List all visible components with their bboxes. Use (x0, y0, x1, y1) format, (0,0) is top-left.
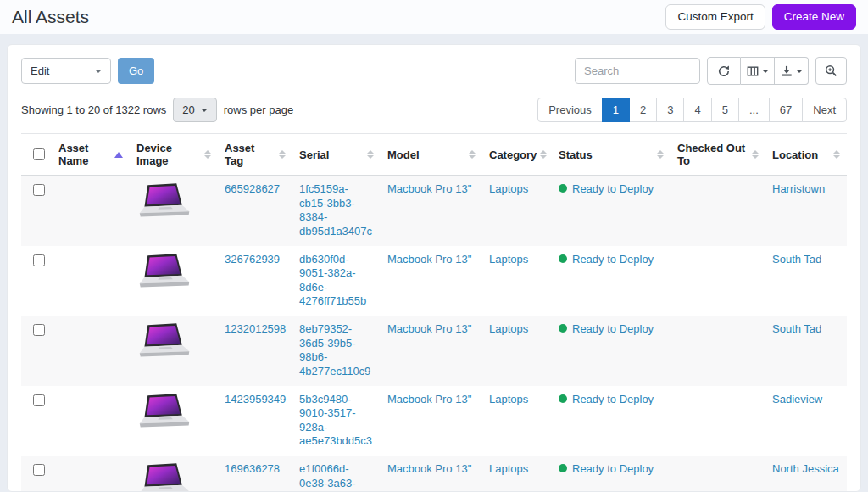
column-header-checked-out-to[interactable]: Checked Out To (670, 134, 765, 176)
chevron-down-icon (762, 70, 769, 73)
header-actions: Custom Export Create New (665, 4, 856, 30)
table-toolbar: Edit Go (21, 57, 847, 85)
column-header-category[interactable]: Category (482, 134, 552, 176)
device-image-cell[interactable] (130, 456, 218, 492)
category-link[interactable]: Laptops (489, 253, 528, 267)
asset-name-cell (52, 316, 130, 386)
category-link[interactable]: Laptops (489, 322, 528, 337)
asset-tag-link[interactable]: 665928627 (225, 182, 280, 197)
row-checkbox[interactable] (33, 324, 45, 336)
location-link[interactable]: South Tad (772, 322, 821, 337)
status-dot-icon (559, 254, 567, 263)
model-link[interactable]: Macbook Pro 13" (387, 322, 471, 337)
model-link[interactable]: Macbook Pro 13" (387, 393, 471, 407)
serial-link[interactable]: 8eb79352-36d5-39b5-98b6-4b277ec110c9 (299, 322, 374, 379)
search-plus-icon (825, 64, 837, 77)
status-dot-icon (559, 324, 567, 333)
sort-icon (367, 150, 374, 159)
asset-name-cell (52, 176, 130, 246)
column-header-device-image[interactable]: Device Image (130, 134, 218, 176)
row-checkbox[interactable] (33, 464, 45, 476)
location-link[interactable]: North Jessica (772, 462, 839, 477)
pagination-ellipsis[interactable]: ... (738, 98, 770, 122)
sort-icon (657, 150, 664, 159)
pagination-page-67[interactable]: 67 (769, 98, 803, 122)
column-header-status[interactable]: Status (552, 134, 670, 176)
pagination-page-2[interactable]: 2 (629, 98, 657, 122)
device-image-cell[interactable] (130, 176, 218, 246)
row-checkbox[interactable] (33, 184, 45, 196)
serial-link[interactable]: e1f0066d-0e38-3a63-aa62-7976a1c97976 (299, 462, 374, 492)
table-header-row: Asset Name Device Image Asset Tag (21, 134, 847, 176)
go-button[interactable]: Go (118, 58, 154, 84)
table-row: 1232012598 8eb79352-36d5-39b5-98b6-4b277… (21, 316, 847, 386)
macbook-image (136, 393, 194, 432)
macbook-image (136, 462, 194, 492)
row-checkbox[interactable] (33, 254, 45, 266)
device-image-cell[interactable] (130, 246, 218, 316)
column-header-asset-tag[interactable]: Asset Tag (218, 134, 292, 176)
location-link[interactable]: Sadieview (772, 393, 822, 407)
asset-tag-link[interactable]: 1232012598 (225, 322, 286, 337)
showing-rows-text: Showing 1 to 20 of 1322 rows (21, 103, 166, 116)
page-size-dropdown[interactable]: 20 (173, 98, 216, 122)
status-dot-icon (559, 394, 567, 403)
select-all-checkbox[interactable] (33, 148, 45, 160)
sort-icon (279, 150, 286, 159)
location-link[interactable]: South Tad (772, 253, 821, 267)
bulk-actions-value: Edit (31, 64, 49, 77)
column-header-location[interactable]: Location (765, 134, 847, 176)
table-row: 326762939 db630f0d-9051-382a-8d6e-4276ff… (21, 246, 847, 316)
serial-link[interactable]: 1fc5159a-cb15-3bb3-8384-db95d1a3407c (299, 182, 374, 239)
pagination-page-5[interactable]: 5 (711, 98, 739, 122)
category-link[interactable]: Laptops (489, 393, 528, 407)
column-header-serial[interactable]: Serial (292, 134, 381, 176)
model-link[interactable]: Macbook Pro 13" (387, 253, 471, 267)
pagination-page-1[interactable]: 1 (602, 98, 630, 122)
device-image-cell[interactable] (130, 386, 218, 456)
macbook-image (136, 182, 194, 221)
rows-per-page-label: rows per page (224, 103, 293, 116)
custom-export-button[interactable]: Custom Export (665, 4, 765, 30)
refresh-icon (718, 65, 730, 77)
category-link[interactable]: Laptops (489, 182, 528, 197)
device-image-cell[interactable] (130, 316, 218, 386)
status-link[interactable]: Ready to Deploy (572, 253, 654, 267)
column-header-asset-name[interactable]: Asset Name (52, 134, 130, 176)
fullscreen-search-button[interactable] (815, 57, 847, 85)
status-link[interactable]: Ready to Deploy (572, 182, 654, 197)
pagination-next[interactable]: Next (802, 98, 847, 122)
status-link[interactable]: Ready to Deploy (572, 393, 654, 407)
chevron-down-icon (95, 70, 102, 73)
category-link[interactable]: Laptops (489, 462, 528, 477)
search-input[interactable] (575, 58, 700, 84)
columns-toggle-button[interactable] (741, 57, 775, 85)
refresh-button[interactable] (707, 57, 741, 85)
sort-icon (833, 150, 840, 159)
sort-ascending-icon (114, 152, 123, 158)
table-row: 169636278 e1f0066d-0e38-3a63-aa62-7976a1… (21, 456, 847, 492)
export-button[interactable] (775, 57, 809, 85)
pagination-previous[interactable]: Previous (537, 98, 603, 122)
bulk-actions-select[interactable]: Edit (21, 58, 111, 84)
asset-tag-link[interactable]: 169636278 (225, 462, 280, 477)
asset-tag-link[interactable]: 1423959349 (225, 393, 286, 407)
status-dot-icon (559, 464, 567, 472)
model-link[interactable]: Macbook Pro 13" (387, 462, 471, 477)
model-link[interactable]: Macbook Pro 13" (387, 182, 471, 197)
serial-link[interactable]: db630f0d-9051-382a-8d6e-4276ff71b55b (299, 253, 374, 310)
status-link[interactable]: Ready to Deploy (572, 462, 654, 477)
serial-link[interactable]: 5b3c9480-9010-3517-928a-ae5e73bdd5c3 (299, 393, 374, 450)
create-new-button[interactable]: Create New (772, 4, 856, 30)
asset-tag-link[interactable]: 326762939 (225, 253, 280, 267)
row-checkbox[interactable] (33, 394, 45, 406)
column-header-model[interactable]: Model (381, 134, 482, 176)
pagination-page-3[interactable]: 3 (656, 98, 684, 122)
macbook-image (136, 253, 194, 292)
pagination-page-4[interactable]: 4 (683, 98, 711, 122)
chevron-down-icon (201, 109, 208, 112)
sort-icon (752, 150, 759, 159)
location-link[interactable]: Harristown (772, 182, 825, 197)
status-link[interactable]: Ready to Deploy (572, 322, 654, 337)
page-title: All Assets (12, 7, 89, 27)
